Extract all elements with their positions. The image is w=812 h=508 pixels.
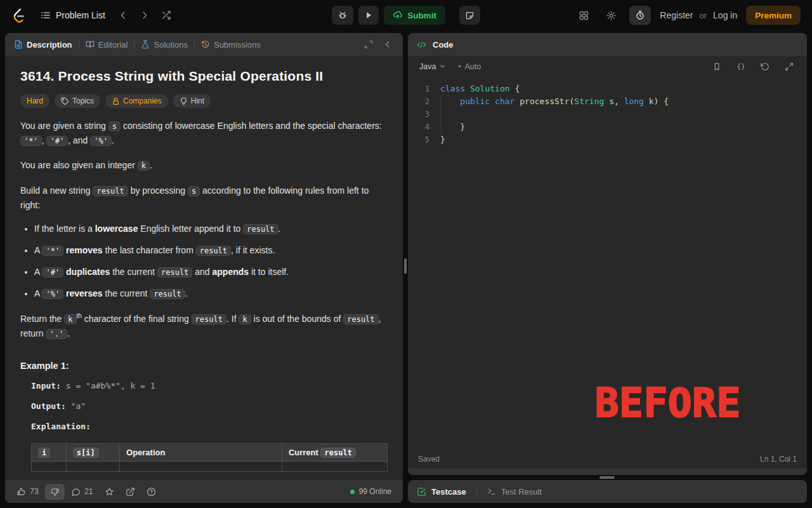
rule-item: A '#' duplicates the current result and … bbox=[34, 265, 388, 279]
thumbs-down-icon bbox=[50, 487, 60, 497]
difficulty-badge[interactable]: Hard bbox=[20, 94, 49, 108]
star-icon bbox=[105, 487, 114, 497]
comment-count: 21 bbox=[84, 487, 93, 496]
tab-description[interactable]: Description bbox=[14, 40, 72, 50]
example-output: Output: "a" bbox=[31, 401, 388, 411]
chevron-left-icon bbox=[383, 40, 392, 49]
format-code-button[interactable] bbox=[735, 60, 747, 73]
fullscreen-button[interactable] bbox=[783, 60, 796, 73]
login-link[interactable]: Log in bbox=[713, 10, 737, 20]
prev-question-button[interactable] bbox=[114, 7, 132, 23]
layouts-button[interactable] bbox=[575, 7, 593, 24]
share-button[interactable] bbox=[121, 484, 140, 500]
code-line: 1 class Solution { bbox=[408, 83, 807, 95]
navbar-left: Problem List bbox=[11, 6, 332, 24]
gear-icon bbox=[606, 10, 617, 21]
topics-badge[interactable]: Topics bbox=[55, 94, 100, 108]
problem-description-content: 3614. Process String with Special Operat… bbox=[5, 56, 403, 480]
settings-button[interactable] bbox=[602, 7, 620, 24]
line-number: 4 bbox=[408, 121, 429, 133]
problem-list-label: Problem List bbox=[56, 10, 105, 20]
testcase-tab[interactable]: Testcase bbox=[431, 487, 466, 497]
register-link[interactable]: Register bbox=[660, 10, 693, 20]
share-icon bbox=[126, 487, 135, 497]
braces-icon bbox=[737, 62, 745, 71]
check-square-icon bbox=[417, 487, 426, 497]
tab-label: Submissions bbox=[214, 40, 261, 50]
play-icon bbox=[364, 11, 373, 20]
submit-button[interactable]: Submit bbox=[384, 6, 445, 25]
table-header-row: i s[i] Operation Current result bbox=[32, 444, 388, 462]
badge-row: Hard Topics Companies bbox=[20, 94, 388, 108]
flask-icon bbox=[141, 40, 150, 49]
before-overlay-text: BEFORE bbox=[595, 380, 741, 426]
premium-button[interactable]: Premium bbox=[746, 6, 801, 25]
explanation-table: i s[i] Operation Current result bbox=[31, 443, 388, 472]
tab-submissions[interactable]: Submissions bbox=[201, 40, 261, 50]
problem-list-button[interactable]: Problem List bbox=[36, 6, 110, 24]
dislike-button[interactable] bbox=[45, 484, 65, 500]
code-tab-label[interactable]: Code bbox=[433, 40, 454, 50]
companies-badge[interactable]: Companies bbox=[105, 94, 168, 108]
rule-item: A '*' removes the last character from re… bbox=[34, 244, 388, 257]
tab-editorial[interactable]: Editorial bbox=[86, 40, 128, 50]
submit-label: Submit bbox=[407, 11, 436, 20]
book-open-icon bbox=[86, 40, 95, 49]
tab-solutions[interactable]: Solutions bbox=[141, 40, 187, 50]
language-selector[interactable]: Java bbox=[416, 60, 450, 74]
debug-button[interactable] bbox=[332, 6, 353, 25]
dot-icon bbox=[459, 65, 461, 67]
bookmark-icon bbox=[712, 62, 721, 71]
example-block: Input: s = "a#b%*", k = 1 Output: "a" Ex… bbox=[20, 381, 388, 472]
code-panel-footer bbox=[408, 469, 807, 475]
lock-icon bbox=[112, 97, 120, 105]
rotate-ccw-icon bbox=[761, 62, 769, 71]
line-content: } bbox=[429, 133, 445, 146]
online-label: 99 Online bbox=[359, 487, 391, 496]
navbar-console-group: Submit bbox=[332, 6, 480, 25]
reset-code-button[interactable] bbox=[759, 60, 771, 73]
tab-divider bbox=[134, 40, 134, 49]
feedback-button[interactable] bbox=[141, 484, 161, 500]
horizontal-resize-handle[interactable] bbox=[599, 476, 615, 479]
code-brackets-icon bbox=[417, 40, 426, 50]
problem-paragraph: You are given a string s consisting of l… bbox=[20, 119, 388, 147]
code-line: 2 public char processStr(String s, long … bbox=[408, 95, 807, 108]
chevron-down-icon bbox=[439, 63, 446, 70]
vertical-resize-handle[interactable] bbox=[404, 258, 407, 274]
comments-button[interactable]: 21 bbox=[66, 484, 98, 500]
like-button[interactable]: 73 bbox=[11, 484, 44, 500]
line-number: 3 bbox=[408, 108, 429, 121]
cloud-upload-icon bbox=[393, 10, 403, 20]
collapse-panel-button[interactable] bbox=[381, 38, 394, 51]
random-question-button[interactable] bbox=[157, 7, 175, 23]
online-dot-icon bbox=[350, 490, 355, 494]
leetcode-logo[interactable] bbox=[11, 8, 25, 23]
expand-panel-button[interactable] bbox=[362, 38, 375, 51]
favorite-button[interactable] bbox=[100, 484, 119, 500]
notes-button[interactable] bbox=[459, 6, 480, 25]
bookmark-button[interactable] bbox=[710, 60, 723, 73]
code-editor[interactable]: 1 class Solution { 2 public char process… bbox=[408, 77, 807, 450]
hint-badge[interactable]: Hint bbox=[173, 94, 211, 108]
lightbulb-icon bbox=[180, 97, 188, 105]
code-line: 5 } bbox=[408, 133, 807, 146]
maximize-icon bbox=[364, 40, 373, 49]
tab-label: Solutions bbox=[154, 40, 187, 50]
terminal-icon bbox=[487, 487, 496, 496]
next-question-button[interactable] bbox=[136, 7, 154, 23]
test-result-tab[interactable]: Test Result bbox=[501, 487, 542, 497]
rule-item: A '%' reverses the current result. bbox=[34, 287, 388, 300]
description-footer: 73 21 bbox=[5, 480, 403, 503]
problem-title: 3614. Process String with Special Operat… bbox=[20, 69, 388, 84]
run-button[interactable] bbox=[358, 6, 379, 25]
description-tab-bar: Description Editorial Solutions bbox=[5, 33, 403, 56]
timer-button[interactable] bbox=[629, 6, 651, 25]
editor-actions bbox=[710, 60, 799, 73]
comment-icon bbox=[71, 487, 81, 497]
sticky-note-icon bbox=[465, 11, 475, 20]
topics-label: Topics bbox=[72, 97, 94, 105]
auto-toggle[interactable]: Auto bbox=[459, 62, 481, 71]
tab-divider bbox=[194, 40, 195, 49]
testcase-panel: Testcase Test Result bbox=[408, 480, 807, 503]
